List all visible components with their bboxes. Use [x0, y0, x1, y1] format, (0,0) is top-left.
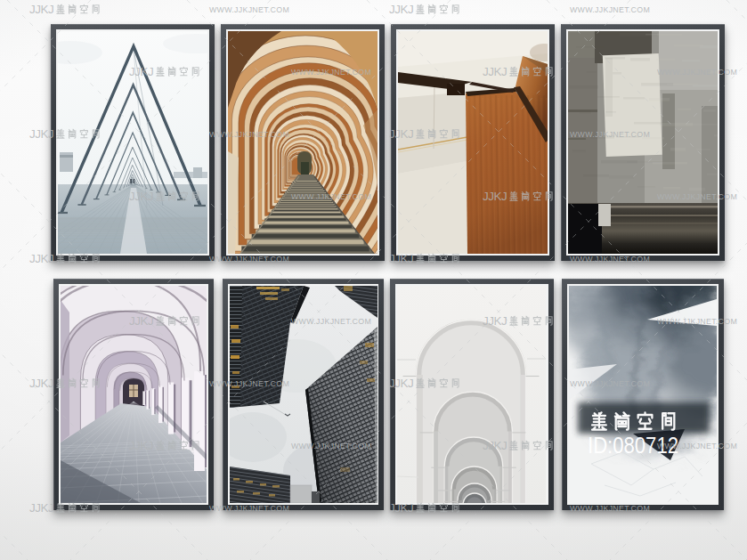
svg-text:ID:080712: ID:080712: [588, 432, 678, 459]
